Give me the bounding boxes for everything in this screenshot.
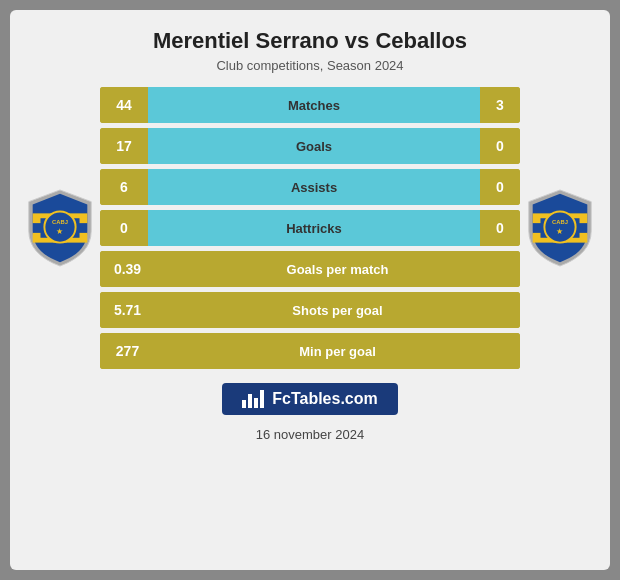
branding-text: FcTables.com	[272, 390, 378, 408]
stat-label-goals_per_match: Goals per match	[155, 251, 520, 287]
stat-left-assists: 6	[100, 169, 148, 205]
page-subtitle: Club competitions, Season 2024	[216, 58, 403, 73]
stat-row-goals_per_match: 0.39 Goals per match	[100, 251, 520, 287]
page-title: Merentiel Serrano vs Ceballos	[153, 28, 467, 54]
footer-date: 16 november 2024	[256, 427, 364, 442]
stat-right-matches: 3	[480, 87, 520, 123]
stat-row-assists: 6 Assists 0	[100, 169, 520, 205]
stat-left-goals: 17	[100, 128, 148, 164]
stat-label-min_per_goal: Min per goal	[155, 333, 520, 369]
right-logo: CABJ ★	[520, 188, 600, 268]
svg-text:CABJ: CABJ	[552, 219, 568, 225]
stat-row-shots_per_goal: 5.71 Shots per goal	[100, 292, 520, 328]
stat-right-assists: 0	[480, 169, 520, 205]
stat-label-hattricks: Hattricks	[148, 210, 480, 246]
stat-row-min_per_goal: 277 Min per goal	[100, 333, 520, 369]
svg-text:★: ★	[557, 227, 564, 236]
stat-right-hattricks: 0	[480, 210, 520, 246]
stat-row-matches: 44 Matches 3	[100, 87, 520, 123]
stat-left-min_per_goal: 277	[100, 333, 155, 369]
fctables-icon	[242, 390, 264, 408]
stats-container: 44 Matches 3 17 Goals 0 6 Assists 0 0 Ha…	[100, 87, 520, 369]
stat-right-goals: 0	[480, 128, 520, 164]
main-card: Merentiel Serrano vs Ceballos Club compe…	[10, 10, 610, 570]
stat-left-hattricks: 0	[100, 210, 148, 246]
svg-text:CABJ: CABJ	[52, 219, 68, 225]
stat-label-shots_per_goal: Shots per goal	[155, 292, 520, 328]
left-logo: CABJ ★	[20, 188, 100, 268]
stat-row-goals: 17 Goals 0	[100, 128, 520, 164]
stat-label-matches: Matches	[148, 87, 480, 123]
branding-bar: FcTables.com	[222, 383, 398, 415]
stat-left-matches: 44	[100, 87, 148, 123]
stat-label-goals: Goals	[148, 128, 480, 164]
stat-left-goals_per_match: 0.39	[100, 251, 155, 287]
stat-row-hattricks: 0 Hattricks 0	[100, 210, 520, 246]
stat-left-shots_per_goal: 5.71	[100, 292, 155, 328]
stat-label-assists: Assists	[148, 169, 480, 205]
svg-text:★: ★	[57, 227, 64, 236]
content-area: CABJ ★ 44 Matches 3 17 Goals 0 6 Assists…	[20, 87, 600, 369]
